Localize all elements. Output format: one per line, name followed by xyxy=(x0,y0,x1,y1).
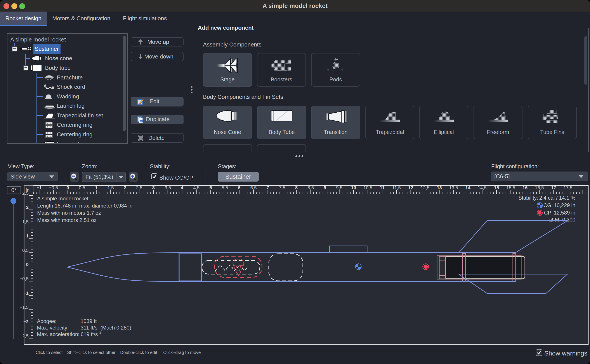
svg-text:8: 8 xyxy=(295,185,298,190)
svg-text:Length 16,748 in, max. diamete: Length 16,748 in, max. diameter 0,984 in xyxy=(37,203,132,209)
svg-text:6: 6 xyxy=(238,185,241,190)
svg-text:CG: 10,229 in: CG: 10,229 in xyxy=(543,202,575,208)
svg-text:311 ft/s (Mach 0,280): 311 ft/s (Mach 0,280) xyxy=(81,325,131,331)
svg-text:1039 ft: 1039 ft xyxy=(81,318,97,324)
svg-text:10,5: 10,5 xyxy=(363,185,372,190)
svg-text:4: 4 xyxy=(181,185,183,190)
svg-text:Stability: 2,4 cal / 14,1 %: Stability: 2,4 cal / 14,1 % xyxy=(518,195,575,201)
svg-text:2,5: 2,5 xyxy=(136,185,142,190)
svg-text:Max. acceleration:: Max. acceleration: xyxy=(37,331,80,337)
svg-text:3,5: 3,5 xyxy=(165,185,171,190)
svg-text:−2,5: −2,5 xyxy=(20,333,29,338)
svg-text:−1: −1 xyxy=(23,291,29,295)
svg-text:−1,5: −1,5 xyxy=(20,305,29,310)
svg-text:14: 14 xyxy=(465,185,471,190)
svg-text:17,5: 17,5 xyxy=(563,185,572,190)
svg-text:13: 13 xyxy=(437,185,442,190)
svg-text:16,5: 16,5 xyxy=(535,185,544,190)
svg-text:17: 17 xyxy=(551,185,556,190)
svg-text:0,5: 0,5 xyxy=(79,185,85,190)
svg-text:2,5: 2,5 xyxy=(22,190,29,195)
svg-text:12,5: 12,5 xyxy=(421,185,430,190)
svg-text:7,5: 7,5 xyxy=(279,185,285,190)
svg-text:16: 16 xyxy=(523,185,528,190)
svg-text:2: 2 xyxy=(26,205,29,210)
svg-text:−0,5: −0,5 xyxy=(20,276,29,281)
svg-text:Apogee:: Apogee: xyxy=(37,318,56,324)
svg-text:15: 15 xyxy=(494,185,499,190)
svg-text:5: 5 xyxy=(209,185,212,190)
svg-text:−0,5: −0,5 xyxy=(49,185,58,190)
svg-text:2: 2 xyxy=(100,330,101,335)
svg-text:3: 3 xyxy=(152,185,155,190)
svg-text:13,5: 13,5 xyxy=(449,185,458,190)
svg-text:10: 10 xyxy=(351,185,356,190)
svg-text:1: 1 xyxy=(26,233,29,238)
svg-text:9,5: 9,5 xyxy=(336,185,342,190)
svg-text:1,5: 1,5 xyxy=(22,219,29,224)
svg-text:−1: −1 xyxy=(36,185,42,190)
svg-text:8,5: 8,5 xyxy=(308,185,314,190)
svg-text:0: 0 xyxy=(67,185,69,190)
svg-text:Mass with no motors 1,7 oz: Mass with no motors 1,7 oz xyxy=(37,210,101,216)
svg-text:Max. velocity:: Max. velocity: xyxy=(37,325,69,331)
svg-text:11,5: 11,5 xyxy=(392,185,401,190)
svg-text:9: 9 xyxy=(324,185,326,190)
svg-text:Mass with motors 2,51 oz: Mass with motors 2,51 oz xyxy=(37,217,97,223)
svg-text:CP: 12,589 in: CP: 12,589 in xyxy=(544,210,575,216)
svg-text:14,5: 14,5 xyxy=(478,185,487,190)
svg-text:−2: −2 xyxy=(23,319,29,324)
svg-text:1,5: 1,5 xyxy=(107,185,114,190)
svg-text:11: 11 xyxy=(380,185,385,190)
svg-text:1: 1 xyxy=(95,185,98,190)
svg-text:12: 12 xyxy=(408,185,413,190)
svg-text:5,5: 5,5 xyxy=(222,185,228,190)
svg-text:619 ft/s: 619 ft/s xyxy=(81,331,98,337)
svg-text:A simple model rocket: A simple model rocket xyxy=(37,195,88,202)
svg-text:0,5: 0,5 xyxy=(22,248,29,253)
svg-text:0: 0 xyxy=(26,262,29,267)
svg-text:15,5: 15,5 xyxy=(506,185,515,190)
svg-text:7: 7 xyxy=(267,185,269,190)
svg-text:at M=0,300: at M=0,300 xyxy=(549,217,575,223)
svg-text:2: 2 xyxy=(124,185,126,190)
svg-text:4,5: 4,5 xyxy=(193,185,200,190)
svg-text:6,5: 6,5 xyxy=(250,185,257,190)
